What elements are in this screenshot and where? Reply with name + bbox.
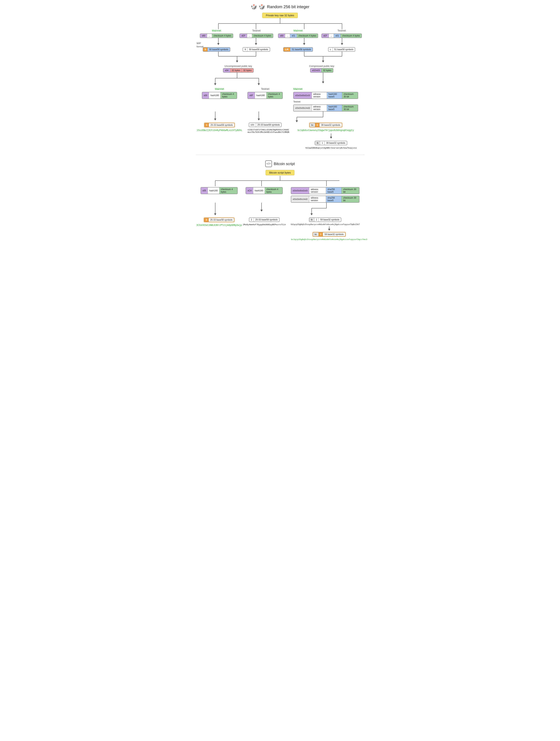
svg-marker-11 bbox=[303, 43, 305, 45]
bottom-diagram: Bitcoin script bytes x05 hash160 checksu… bbox=[197, 170, 364, 241]
col4: Testnet xEF ... x01 checksum 4 bytes bbox=[321, 29, 362, 38]
col3: Mainnet x80 ... x01 checksum 4 bytes bbox=[278, 29, 318, 38]
bottom-addr-arrows-svg bbox=[197, 203, 364, 217]
p2pkh-m-b3: checksum 4 bytes bbox=[221, 92, 237, 99]
p2wsh-bc-addr-row: bc 1 59 base32 symbols bc1qrp33g0q5c5txs… bbox=[197, 232, 364, 241]
addr-arrows-row bbox=[197, 112, 364, 123]
bb-b1: xC4 bbox=[246, 187, 253, 194]
p2pkh-mainnet-addr-box: 1 25-33 base58 symbols bbox=[204, 123, 235, 127]
bitcoin-script-title: </> Bitcoin script bbox=[196, 160, 364, 167]
p2wpkh-tb-syms: 39 base32 symbols bbox=[325, 141, 347, 145]
p2wsh-tb-example: tb1qrp33g0q5c5txsp9arysrx4k6zdkfs4nce4xj… bbox=[291, 223, 360, 225]
wif1-box: 5 50 base58 symbols bbox=[203, 47, 230, 52]
wif3: L/K 51 base58 symbols bbox=[278, 47, 318, 52]
svg-marker-23 bbox=[322, 61, 324, 62]
compressed-pubkey: Compressed public key x02/x03 32 bytes bbox=[285, 65, 359, 73]
bottom-col-a: x05 hash160 checksum 4 bytes bbox=[200, 187, 238, 194]
bottom-col-b: xC4 hash160 checksum 4 bytes bbox=[246, 187, 283, 194]
wif2-prefix: 9 bbox=[243, 48, 247, 52]
bc-t2: witness version bbox=[309, 196, 326, 202]
wif4-symbols: 51 base58 symbols bbox=[333, 48, 355, 52]
col2-byte3: checksum 4 bytes bbox=[252, 34, 273, 38]
p2wpkh-mainnet-label: Mainnet bbox=[293, 87, 303, 90]
p2wpkh-t-b4: checksum 30 bit bbox=[342, 105, 358, 111]
p2wsh-tb-syms: 59 base32 symbols bbox=[319, 218, 341, 222]
p2sh-m-prefix: 3 bbox=[204, 218, 209, 222]
private-key-box: Private key raw 32 bytes bbox=[262, 13, 298, 18]
p2wpkh-testnet-addr-row bbox=[197, 133, 364, 141]
wif4: c 51 base58 symbols bbox=[321, 47, 362, 52]
p2pkh-testnet-addr-box: n/m 25-33 base58 symbols bbox=[249, 123, 282, 127]
col3-byte1: x80 bbox=[278, 34, 285, 38]
wif4-prefix: c bbox=[328, 48, 333, 52]
uncomp-byte3: 32 bytes bbox=[242, 68, 253, 72]
svg-marker-7 bbox=[217, 43, 220, 45]
wif3-symbols: 51 base58 symbols bbox=[290, 48, 313, 52]
p2wpkh-t-b1: x03x03x00x14x02 bbox=[294, 105, 312, 111]
wif2: 9 50 base58 symbols bbox=[238, 47, 275, 52]
bitcoin-script-bytes-box: Bitcoin script bytes bbox=[266, 170, 294, 175]
page-header: 🎲 🎲 Random 256 bit integer bbox=[196, 4, 364, 10]
wif2-box: 9 50 base58 symbols bbox=[243, 47, 270, 52]
script-icon: </> bbox=[265, 160, 272, 167]
p2sh-testnet-example: 2Mu8y4mm4oF78yppDbUAAEwyBEPezrx7CLh bbox=[243, 223, 286, 226]
col3-byte4: checksum 4 bytes bbox=[297, 34, 318, 38]
p2wpkh-tb: tb bbox=[315, 141, 320, 145]
col4-byte3: x01 bbox=[334, 34, 340, 38]
svg-marker-33 bbox=[214, 119, 216, 120]
p2pkh-m-syms: 25-33 base58 symbols bbox=[209, 123, 235, 127]
p2wsh-testnet-addr: tb 1 59 base32 symbols tb1qrp33g0q5c5txs… bbox=[291, 217, 360, 225]
p2pkh-m-b1: x00 bbox=[202, 92, 209, 99]
bottom-addr-arrows bbox=[197, 203, 364, 217]
page-title: 🎲 🎲 Random 256 bit integer bbox=[196, 4, 364, 10]
uncomp-byte1: x04 bbox=[223, 68, 230, 72]
bc-t3: sha256 base5 bbox=[326, 196, 341, 202]
p2pkh-testnet-label: Testnet bbox=[261, 87, 269, 90]
p2wsh-tb-box: tb 1 59 base32 symbols bbox=[309, 217, 341, 222]
p2wpkh-mainnet-bytes: x03x03x00x02x03 witness version hash160 … bbox=[293, 92, 358, 99]
p2wpkh-tb-addr-box: tb 1 39 base32 symbols bbox=[315, 141, 347, 145]
p2wpkh-testnet-bytes: x03x03x00x14x02 witness version hash160 … bbox=[293, 105, 358, 112]
compressed-label: Compressed public key bbox=[309, 65, 334, 67]
p2wsh-bc-addr: bc 1 59 base32 symbols bc1qrp33g0q5c5txs… bbox=[295, 232, 364, 241]
p2wpkh-testnet-sublabel: Testnet bbox=[293, 100, 301, 103]
p2wpkh-m-b4: checksum 30 bit bbox=[342, 92, 358, 99]
p2sh-m-syms: 25-33 base58 symbols bbox=[209, 218, 234, 222]
convergence-svg bbox=[197, 52, 364, 65]
wif-boxes-row: 5 50 base58 symbols 9 50 base58 symbols … bbox=[197, 47, 364, 52]
p2sh-mainnet-addr: 3 25-33 base58 symbols 3CXaV43aC2AWL63Hr… bbox=[200, 217, 238, 226]
p2sh-t-prefix: 2 bbox=[249, 218, 254, 222]
p2wpkh-t-b3: hash160 base5 bbox=[327, 105, 342, 111]
uncomp-byte2: 32 bytes bbox=[230, 68, 242, 72]
col1-network-label: Mainnet bbox=[212, 29, 221, 32]
p2pkh-t-b1: x6F bbox=[248, 92, 255, 99]
wif1-prefix: 5 bbox=[203, 48, 208, 52]
svg-marker-41 bbox=[330, 137, 332, 139]
svg-marker-9 bbox=[255, 43, 257, 45]
p2pkh-mainnet-example: 15szEBeJj9JtiGnKyP4bGwMLxzzV7y8UhL bbox=[197, 129, 242, 132]
p2wsh-bc-syms: 59 base32 symbols bbox=[323, 232, 345, 237]
p2wsh-bc-arrow-row bbox=[197, 226, 364, 232]
p2wsh-tb: tb bbox=[309, 218, 314, 222]
p2wsh-tb-1: 1 bbox=[314, 218, 319, 222]
p2pkh-m-b2: hash160 bbox=[209, 92, 221, 99]
wif-arrows-svg bbox=[197, 38, 364, 47]
uncompressed-label: Uncompressed public key bbox=[225, 65, 252, 67]
p2pkh-m-prefix: 1 bbox=[204, 123, 209, 127]
col2: Testnet xEF ... checksum 4 bytes bbox=[238, 29, 275, 38]
col1-bytes-row: x80 ... checksum 4 bytes bbox=[200, 33, 233, 38]
bottom-cols-row: x05 hash160 checksum 4 bytes xC4 hash160… bbox=[197, 187, 364, 203]
addr-arrows-svg bbox=[197, 112, 364, 123]
p2wpkh-m-b2: witness version bbox=[312, 92, 327, 99]
col3-byte3: x01 bbox=[290, 34, 297, 38]
p2wpkh-mainnet-addr: bc 1 39 base32 symbols bc1q6dsxtawvwsy33… bbox=[293, 123, 358, 132]
col1-byte1: x80 bbox=[200, 34, 207, 38]
p2pkh-t-prefix: n/m bbox=[249, 123, 256, 127]
comp-byte1: x02/x03 bbox=[310, 68, 321, 72]
p2pkh-mainnet: Mainnet x00 hash160 checksum 4 bytes bbox=[202, 87, 237, 99]
svg-marker-54 bbox=[310, 213, 313, 215]
p2wpkh-mainnet: Mainnet x03x03x00x02x03 witness version … bbox=[293, 87, 358, 112]
svg-marker-48 bbox=[214, 213, 216, 215]
p2wsh-bc-arrow-svg bbox=[295, 226, 364, 232]
p2sh-mainnet-box: 3 25-33 base58 symbols bbox=[204, 217, 235, 222]
